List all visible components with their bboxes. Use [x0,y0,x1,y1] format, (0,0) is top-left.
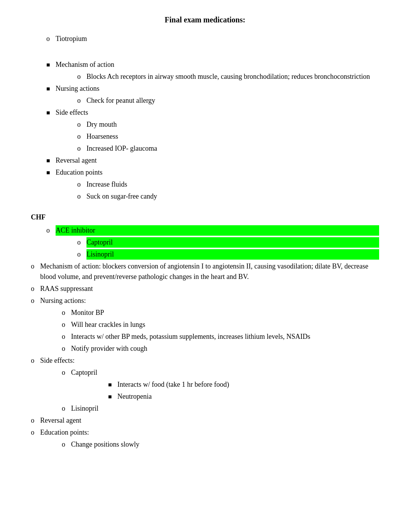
nursing-label: Nursing actions [56,83,379,94]
lisinopril-item: o Lisinopril [77,249,379,260]
tiotropium-bullet: o [46,34,56,44]
chf-nursing-4: o Notify provider with cough [62,343,379,354]
chf-se-captopril: o Captopril [62,367,379,378]
chf-rev-bullet: o [31,415,40,426]
cap-sub-text-1: Interacts w/ food (take 1 hr before food… [117,379,379,390]
side-effects-label: Side effects [56,107,379,118]
tiotropium-header-item: o Tiotropium [46,34,379,44]
reversal-bullet: ■ [46,155,56,165]
cn-text-3: Interacts w/ other BP meds, potassium su… [71,331,379,342]
mechanism-header: ■ Mechanism of action [46,59,379,70]
chf-nursing-1: o Monitor BP [62,308,379,318]
chf-section: CHF o ACE inhibitor o Captopril o Lisino… [31,213,379,450]
nursing-bullet: ■ [46,83,56,93]
side-effect-3: o Increased IOP- glaucoma [77,143,379,154]
chf-nursing-3: o Interacts w/ other BP meds, potassium … [62,331,379,342]
side-effect-1: o Dry mouth [77,119,379,130]
edu-bullet-2: o [77,191,86,202]
edu-text-1: Increase fluids [86,179,379,190]
captopril-label: Captopril [86,237,379,248]
cn-bullet-3: o [62,331,71,342]
chf-nursing-label: Nursing actions: [40,296,379,306]
ace-inhibitor-item: o ACE inhibitor [46,225,379,236]
raas-bullet: o [31,284,40,294]
cn-text-1: Monitor BP [71,308,379,318]
cap-sub-bullet-1: ■ [108,379,117,389]
se-lis-bullet: o [62,403,71,414]
chf-nursing-item: o Nursing actions: [31,296,379,306]
captopril-sub-2: ■ Neutropenia [108,391,379,402]
reversal-header: ■ Reversal agent [46,155,379,166]
mechanism-label: Mechanism of action [56,59,379,70]
side-effects-bullet: ■ [46,107,56,117]
se-bullet-3: o [77,143,86,154]
chf-se-lisinopril: o Lisinopril [62,403,379,414]
captopril-sub-1: ■ Interacts w/ food (take 1 hr before fo… [108,379,379,390]
cn-bullet-4: o [62,343,71,354]
chf-mechanism-item: o Mechanism of action: blockers conversi… [31,261,379,282]
chf-edu-label: Education points: [40,427,379,438]
chf-edu-text-1: Change positions slowly [71,439,379,450]
chf-se-bullet: o [31,355,40,366]
cn-bullet-1: o [62,308,71,318]
tiotropium-name: Tiotropium [56,34,379,44]
se-text-1: Dry mouth [86,119,379,130]
chf-mech-bullet: o [31,261,40,272]
cn-bullet-2: o [62,320,71,330]
edu-text-2: Suck on sugar-free candy [86,191,379,202]
captopril-bullet: o [77,237,86,248]
mechanism-item-1: o Blocks Ach receptors in airway smooth … [77,71,379,82]
page-title: Final exam medications: [31,15,379,24]
tiotropium-section: o Tiotropium ■ Mechanism of action o Blo… [31,34,379,202]
page-container: Final exam medications: o Tiotropium ■ M… [31,15,379,450]
ace-bullet: o [46,225,56,236]
lisinopril-label: Lisinopril [86,249,379,260]
se-bullet-1: o [77,119,86,130]
chf-header: CHF [31,213,379,221]
nursing-o-bullet: o [77,95,86,106]
education-bullet: ■ [46,167,56,177]
cap-sub-bullet-2: ■ [108,391,117,401]
chf-education-1: o Change positions slowly [62,439,379,450]
education-label: Education points [56,167,379,178]
mechanism-bullet: ■ [46,59,56,70]
education-header: ■ Education points [46,167,379,178]
chf-edu-o-bullet: o [62,439,71,450]
education-item-2: o Suck on sugar-free candy [77,191,379,202]
education-item-1: o Increase fluids [77,179,379,190]
chf-nursing-2: o Will hear crackles in lungs [62,320,379,330]
side-effects-header: ■ Side effects [46,107,379,118]
chf-reversal-item: o Reversal agent [31,415,379,426]
ace-label: ACE inhibitor [56,225,379,236]
captopril-item: o Captopril [77,237,379,248]
chf-nursing-bullet: o [31,296,40,306]
nursing-header: ■ Nursing actions [46,83,379,94]
se-lis-label: Lisinopril [71,403,379,414]
nursing-item-1: o Check for peanut allergy [77,95,379,106]
chf-edu-bullet: o [31,427,40,438]
raas-text: RAAS suppressant [40,284,379,294]
nursing-text-1: Check for peanut allergy [86,95,379,106]
se-text-2: Hoarseness [86,131,379,142]
chf-education-item: o Education points: [31,427,379,438]
se-cap-bullet: o [62,367,71,378]
chf-se-label: Side effects: [40,355,379,366]
chf-se-item: o Side effects: [31,355,379,366]
cap-sub-text-2: Neutropenia [117,391,379,402]
se-cap-label: Captopril [71,367,379,378]
reversal-label: Reversal agent [56,155,379,166]
se-text-3: Increased IOP- glaucoma [86,143,379,154]
lisinopril-bullet: o [77,249,86,260]
mech-text-1: Blocks Ach receptors in airway smooth mu… [86,71,379,82]
cn-text-2: Will hear crackles in lungs [71,320,379,330]
edu-bullet-1: o [77,179,86,190]
chf-mech-text: Mechanism of action: blockers conversion… [40,261,379,282]
se-bullet-2: o [77,131,86,142]
raas-item: o RAAS suppressant [31,284,379,294]
mech-bullet-1: o [77,71,86,82]
side-effect-2: o Hoarseness [77,131,379,142]
chf-rev-text: Reversal agent [40,415,379,426]
cn-text-4: Notify provider with cough [71,343,379,354]
